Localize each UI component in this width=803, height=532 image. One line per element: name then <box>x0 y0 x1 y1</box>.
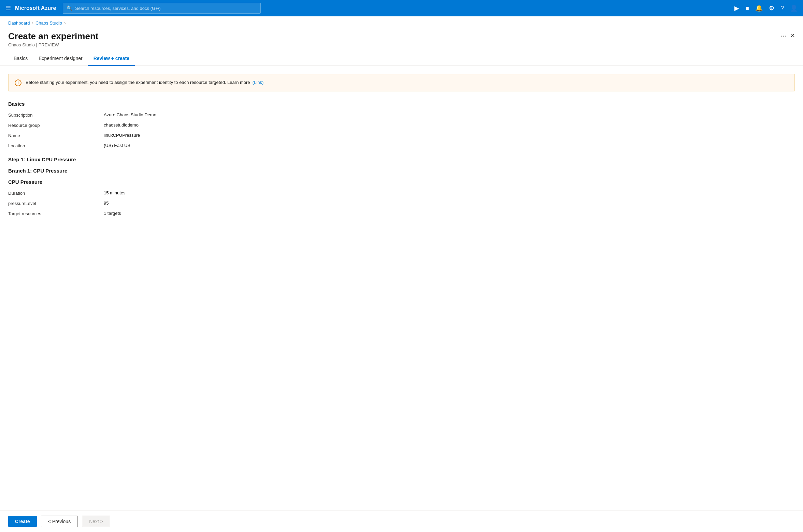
field-value-resource-group: chaosstudiodemo <box>104 122 139 128</box>
field-label-name: Name <box>8 133 104 138</box>
page-header-actions: ··· × <box>780 31 795 40</box>
field-value-pressure-level: 95 <box>104 201 109 206</box>
basics-section-title: Basics <box>8 101 795 107</box>
cloud-shell-icon[interactable]: ▶ <box>734 4 739 12</box>
info-icon: i <box>15 79 21 86</box>
brand-name: Microsoft Azure <box>15 5 56 11</box>
settings-icon[interactable]: ⚙ <box>769 4 774 12</box>
footer: Create < Previous Next > <box>0 511 803 532</box>
portal-icon[interactable]: ■ <box>745 5 749 12</box>
breadcrumb-sep-2: › <box>64 20 66 26</box>
page-header-left: Create an experiment Chaos Studio | PREV… <box>8 31 98 47</box>
field-pressure-level: pressureLevel 95 <box>8 201 795 206</box>
breadcrumb-sep-1: › <box>32 20 33 26</box>
field-name: Name linuxCPUPressure <box>8 133 795 138</box>
content: i Before starting your experiment, you n… <box>0 66 803 248</box>
field-label-pressure-level: pressureLevel <box>8 201 104 206</box>
field-value-name: linuxCPUPressure <box>104 133 140 138</box>
banner-text: Before starting your experiment, you nee… <box>26 79 263 86</box>
breadcrumb-dashboard[interactable]: Dashboard <box>8 20 30 26</box>
account-icon[interactable]: 👤 <box>790 4 798 12</box>
page-subtitle: Chaos Studio | PREVIEW <box>8 42 98 47</box>
field-resource-group: Resource group chaosstudiodemo <box>8 122 795 128</box>
search-icon: 🔍 <box>67 5 72 11</box>
create-button[interactable]: Create <box>8 516 37 527</box>
top-nav-icons: ▶ ■ 🔔 ⚙ ? 👤 <box>734 4 798 12</box>
tab-basics[interactable]: Basics <box>8 53 33 66</box>
branch1-title: Branch 1: CPU Pressure <box>8 168 795 174</box>
more-options-button[interactable]: ··· <box>780 32 786 40</box>
search-input[interactable] <box>75 6 257 11</box>
page-title: Create an experiment <box>8 31 98 42</box>
breadcrumb-chaos-studio[interactable]: Chaos Studio <box>35 20 62 26</box>
field-location: Location (US) East US <box>8 143 795 148</box>
field-value-duration: 15 minutes <box>104 190 126 195</box>
notification-icon[interactable]: 🔔 <box>755 4 763 12</box>
help-icon[interactable]: ? <box>780 5 784 12</box>
field-duration: Duration 15 minutes <box>8 190 795 196</box>
field-label-target-resources: Target resources <box>8 211 104 216</box>
tabs: Basics Experiment designer Review + crea… <box>0 47 803 66</box>
info-banner: i Before starting your experiment, you n… <box>8 74 795 91</box>
step1-title: Step 1: Linux CPU Pressure <box>8 157 795 162</box>
close-button[interactable]: × <box>790 31 795 40</box>
breadcrumb: Dashboard › Chaos Studio › <box>0 16 803 26</box>
tab-review-create[interactable]: Review + create <box>88 53 135 66</box>
page-header: Create an experiment Chaos Studio | PREV… <box>0 26 803 47</box>
search-box[interactable]: 🔍 <box>63 3 261 14</box>
hamburger-icon[interactable]: ☰ <box>5 4 11 12</box>
tab-experiment-designer[interactable]: Experiment designer <box>33 53 88 66</box>
fault-title: CPU Pressure <box>8 179 795 185</box>
field-value-subscription: Azure Chaos Studio Demo <box>104 112 156 117</box>
field-label-location: Location <box>8 143 104 148</box>
previous-button[interactable]: < Previous <box>41 516 78 527</box>
banner-link[interactable]: (Link) <box>253 80 264 85</box>
top-nav: ☰ Microsoft Azure 🔍 ▶ ■ 🔔 ⚙ ? 👤 <box>0 0 803 16</box>
main-container: Dashboard › Chaos Studio › Create an exp… <box>0 16 803 532</box>
field-target-resources: Target resources 1 targets <box>8 211 795 216</box>
field-label-resource-group: Resource group <box>8 122 104 128</box>
field-label-subscription: Subscription <box>8 112 104 118</box>
field-label-duration: Duration <box>8 190 104 196</box>
field-subscription: Subscription Azure Chaos Studio Demo <box>8 112 795 118</box>
next-button: Next > <box>82 516 110 527</box>
field-value-target-resources: 1 targets <box>104 211 121 216</box>
field-value-location: (US) East US <box>104 143 130 148</box>
